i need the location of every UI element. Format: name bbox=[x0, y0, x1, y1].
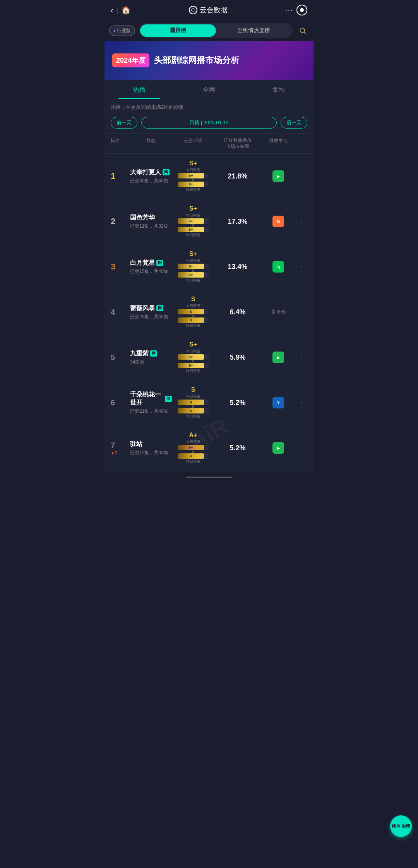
show-title: 驻站 bbox=[130, 440, 172, 448]
yesterday-bar: S+ bbox=[178, 227, 204, 232]
bar-connector bbox=[192, 360, 194, 362]
table-row[interactable]: 5 九重紫网 34集全 S+ 今日评级 S+ S+ bbox=[104, 335, 314, 380]
next-day-button[interactable]: 后一天 bbox=[281, 117, 307, 129]
rating-col: S+ 今日评级 S+ S+ 昨日评级 bbox=[172, 160, 214, 192]
rank-number: 6 bbox=[111, 398, 115, 407]
title-col: 白月梵星网 已更15集，共40集 bbox=[130, 259, 172, 275]
today-label: 今日评级 bbox=[186, 439, 200, 444]
search-button[interactable] bbox=[296, 24, 309, 37]
platform-col: ▶ bbox=[261, 170, 296, 182]
title-col: 大奉打更人网 已更30集，共40集 bbox=[130, 168, 172, 184]
tab-sentiment[interactable]: 全舆情热度榜 bbox=[216, 24, 291, 37]
rating-bar-group: 今日评级 S+ S+ 昨日评级 bbox=[172, 349, 214, 374]
rating-bar-group: 今日评级 A+ S 昨日评级 bbox=[172, 439, 214, 464]
rating-grade: S+ bbox=[189, 160, 197, 167]
prev-day-button[interactable]: 前一天 bbox=[111, 117, 137, 129]
platform-col: ▶ bbox=[261, 352, 296, 363]
th-platform: 播放平台 bbox=[261, 137, 296, 149]
th-market: 正片有效播放市场占有率 bbox=[214, 137, 261, 149]
rank-number: 7 bbox=[111, 441, 115, 450]
tab-hot[interactable]: 热播 bbox=[104, 80, 174, 99]
date-nav: 前一天 日榜 | 2025.01.12 后一天 bbox=[104, 114, 314, 133]
back-button[interactable]: ‹ bbox=[111, 6, 113, 15]
today-label: 今日评级 bbox=[186, 349, 200, 354]
table-row[interactable]: 7 ▲2 驻站 已更12集，共33集 A+ 今日评级 A+ S bbox=[104, 425, 314, 471]
platform-icon-tencent: ▶ bbox=[272, 170, 284, 182]
rank-number: 3 bbox=[111, 262, 115, 272]
yesterday-label: 昨日评级 bbox=[186, 278, 200, 283]
home-button[interactable]: 🏠 bbox=[121, 5, 131, 15]
today-bar-wrap: A+ bbox=[178, 445, 209, 450]
rank-col: 4 bbox=[111, 308, 130, 317]
rating-grade: S+ bbox=[189, 341, 197, 348]
rating-grade: S bbox=[191, 386, 195, 393]
market-share: 6.4% bbox=[214, 308, 261, 316]
rating-col: S+ 今日评级 S+ S+ 昨日评级 bbox=[172, 341, 214, 374]
today-label: 今日评级 bbox=[186, 394, 200, 399]
tab-dominant[interactable]: 霸屏榜 bbox=[140, 24, 216, 37]
today-bar-wrap: S+ bbox=[178, 354, 209, 360]
rating-col: A+ 今日评级 A+ S 昨日评级 bbox=[172, 432, 214, 464]
yesterday-bar-wrap: S+ bbox=[178, 272, 209, 278]
table-row[interactable]: 6 千朵桃花一世开网 已更21集，共40集 S 今日评级 S S bbox=[104, 380, 314, 425]
net-badge: 网 bbox=[165, 396, 172, 402]
show-sub: 34集全 bbox=[130, 359, 172, 365]
table-header: 排名 片名 云合评级 正片有效播放市场占有率 播放平台 bbox=[104, 133, 314, 154]
show-title: 大奉打更人网 bbox=[130, 168, 172, 177]
yesterday-label: 昨日评级 bbox=[186, 233, 200, 238]
rank-number: 2 bbox=[111, 216, 115, 226]
today-bar: S bbox=[178, 309, 204, 314]
svg-point-0 bbox=[300, 28, 305, 33]
market-share: 13.4% bbox=[214, 263, 261, 271]
svg-line-1 bbox=[304, 32, 306, 34]
main-tabs: 热播 全网 集均 bbox=[104, 80, 314, 99]
platform-col: iq bbox=[261, 261, 296, 273]
industry-badge[interactable]: ♦ 行业版 bbox=[109, 26, 135, 36]
table-row[interactable]: 4 蔷薇风暴网 已更26集，共40集 S 今日评级 S S bbox=[104, 290, 314, 335]
net-badge: 网 bbox=[156, 260, 163, 266]
table-row[interactable]: 1 大奉打更人网 已更30集，共40集 S+ 今日评级 S+ S bbox=[104, 154, 314, 199]
yesterday-bar: S bbox=[178, 453, 204, 459]
bar-connector bbox=[192, 405, 194, 408]
banner-title: 头部剧综网播市场分析 bbox=[154, 55, 239, 66]
record-button[interactable] bbox=[296, 5, 307, 15]
today-label: 今日评级 bbox=[186, 258, 200, 263]
platform-col: Y bbox=[261, 397, 296, 408]
bar-connector bbox=[192, 224, 194, 226]
show-title: 蔷薇风暴网 bbox=[130, 304, 172, 312]
show-sub: 已更12集，共33集 bbox=[130, 449, 172, 456]
tab-all[interactable]: 全网 bbox=[174, 80, 244, 99]
today-bar-wrap: S+ bbox=[178, 173, 209, 178]
yesterday-bar: S+ bbox=[178, 363, 204, 368]
th-rank: 排名 bbox=[111, 137, 130, 149]
platform-icon-mango: M bbox=[272, 216, 284, 227]
table-row[interactable]: 3 白月梵星网 已更15集，共40集 S+ 今日评级 S+ S+ bbox=[104, 244, 314, 290]
platform-col: 多平台 bbox=[261, 309, 296, 316]
bar-connector bbox=[192, 451, 194, 453]
nav-divider: | bbox=[116, 6, 118, 14]
yesterday-label: 昨日评级 bbox=[186, 369, 200, 374]
yesterday-bar-wrap: S+ bbox=[178, 227, 209, 232]
show-sub: 已更26集，共40集 bbox=[130, 314, 172, 320]
platform-icon-youku: Y bbox=[272, 397, 284, 408]
table-row[interactable]: 2 国色芳华 已更11集，共32集 S+ 今日评级 S+ S+ bbox=[104, 199, 314, 244]
rank-col: 7 ▲2 bbox=[111, 441, 130, 455]
today-bar-wrap: S+ bbox=[178, 264, 209, 269]
platform-icon-iqiyi: iq bbox=[272, 261, 284, 273]
show-sub: 已更30集，共40集 bbox=[130, 178, 172, 184]
arrow-col: › bbox=[296, 354, 307, 361]
show-title: 九重紫网 bbox=[130, 350, 172, 358]
rating-grade: S bbox=[191, 296, 195, 303]
tab-avg[interactable]: 集均 bbox=[244, 80, 314, 99]
tab-bar: ♦ 行业版 霸屏榜 全舆情热度榜 bbox=[104, 20, 314, 41]
rating-col: S+ 今日评级 S+ S+ 昨日评级 bbox=[172, 250, 214, 283]
bottom-bar bbox=[104, 471, 314, 484]
more-button[interactable]: ··· bbox=[285, 6, 293, 14]
market-share: 21.8% bbox=[214, 172, 261, 180]
title-col: 蔷薇风暴网 已更26集，共40集 bbox=[130, 304, 172, 320]
arrow-col: › bbox=[296, 444, 307, 451]
banner-year: 2024年度 bbox=[112, 53, 149, 67]
title-col: 驻站 已更12集，共33集 bbox=[130, 440, 172, 456]
diamond-icon: ♦ bbox=[113, 29, 115, 33]
yesterday-label: 昨日评级 bbox=[186, 323, 200, 328]
